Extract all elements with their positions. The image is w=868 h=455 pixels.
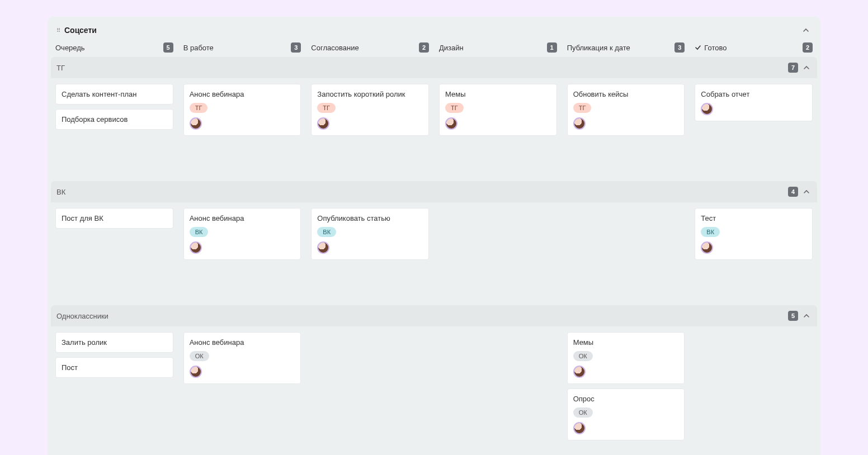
- card-tag: ОК: [573, 407, 593, 418]
- chevron-up-icon: [803, 312, 810, 319]
- swimlanes-container: ТГ7Сделать контент-планПодборка сервисов…: [48, 57, 820, 446]
- chevron-up-icon: [803, 188, 810, 195]
- column-cell[interactable]: Сделать контент-планПодборка сервисов: [55, 84, 173, 168]
- column-header[interactable]: Дизайн1: [439, 42, 557, 53]
- column-label: Публикация к дате: [567, 44, 675, 52]
- column-header[interactable]: Публикация к дате3: [567, 42, 685, 53]
- swimlane-collapse-button[interactable]: [801, 187, 812, 197]
- column-count-badge: 1: [547, 42, 557, 53]
- kanban-card[interactable]: МемыОК: [567, 332, 685, 384]
- kanban-card[interactable]: ТестВК: [695, 208, 813, 260]
- avatar[interactable]: [317, 117, 329, 130]
- swimlane-title: Одноклассники: [56, 312, 108, 320]
- column-count-badge: 2: [419, 42, 429, 53]
- column-cell[interactable]: Опубликовать статьюВК: [311, 208, 429, 292]
- card-tag: ТГ: [573, 103, 592, 113]
- chevron-up-icon: [803, 64, 810, 71]
- kanban-card[interactable]: Пост для ВК: [55, 208, 173, 229]
- swimlane-header[interactable]: ТГ7: [51, 57, 817, 78]
- card-title: Опрос: [573, 395, 679, 403]
- column-label: Очередь: [55, 44, 163, 52]
- avatar[interactable]: [317, 241, 329, 254]
- swimlane-header[interactable]: Одноклассники5: [51, 305, 817, 326]
- column-cell[interactable]: МемыОКОпросОК: [567, 332, 685, 440]
- avatar[interactable]: [190, 241, 202, 254]
- card-tag: ВК: [701, 227, 720, 237]
- avatar[interactable]: [701, 241, 713, 254]
- swimlane-columns: Сделать контент-планПодборка сервисовАно…: [51, 78, 817, 173]
- card-title: Сделать контент-план: [62, 90, 167, 98]
- card-title: Собрать отчет: [701, 90, 806, 98]
- column-count-badge: 3: [291, 42, 301, 53]
- kanban-card[interactable]: Залить ролик: [55, 332, 173, 353]
- swimlane: Одноклассники5Залить роликПостАнонс веби…: [51, 305, 817, 446]
- swimlane-collapse-button[interactable]: [801, 311, 812, 321]
- kanban-card[interactable]: Анонс вебинараОК: [183, 332, 301, 384]
- swimlane-collapse-button[interactable]: [801, 63, 812, 73]
- kanban-card[interactable]: Запостить короткий роликТГ: [311, 84, 429, 136]
- drag-handle-icon[interactable]: ⠿: [55, 27, 61, 33]
- column-cell[interactable]: [439, 332, 557, 440]
- avatar[interactable]: [190, 366, 202, 378]
- column-cell[interactable]: Залить роликПост: [55, 332, 173, 440]
- swimlane-count-badge: 4: [788, 187, 798, 197]
- card-tag: ТГ: [317, 103, 336, 113]
- board-collapse-button[interactable]: [799, 23, 813, 37]
- column-label: Согласование: [311, 44, 419, 52]
- card-title: Тест: [701, 214, 806, 222]
- card-title: Опубликовать статью: [317, 214, 423, 222]
- swimlane-title: ТГ: [56, 64, 65, 72]
- avatar[interactable]: [573, 366, 586, 378]
- column-count-badge: 2: [803, 42, 813, 53]
- column-cell[interactable]: Обновить кейсыТГ: [567, 84, 685, 168]
- column-cell[interactable]: Анонс вебинараТГ: [183, 84, 301, 168]
- column-cell[interactable]: Анонс вебинараВК: [183, 208, 301, 292]
- column-header[interactable]: Очередь5: [55, 42, 173, 53]
- card-title: Пост: [62, 363, 167, 372]
- column-cell[interactable]: МемыТГ: [439, 84, 557, 168]
- column-cell[interactable]: [695, 332, 813, 440]
- swimlane-count-badge: 7: [788, 63, 798, 73]
- avatar[interactable]: [445, 117, 457, 130]
- card-title: Анонс вебинара: [190, 214, 295, 222]
- kanban-card[interactable]: Сделать контент-план: [55, 84, 173, 105]
- board-title: Соцсети: [64, 26, 97, 35]
- column-label: Готово: [704, 44, 803, 52]
- column-cell[interactable]: [311, 332, 429, 440]
- kanban-card[interactable]: Подборка сервисов: [55, 109, 173, 130]
- avatar[interactable]: [190, 117, 202, 130]
- card-title: Запостить короткий ролик: [317, 90, 423, 98]
- avatar[interactable]: [573, 422, 586, 434]
- column-header[interactable]: В работе3: [183, 42, 301, 53]
- column-cell[interactable]: Собрать отчет: [695, 84, 813, 168]
- column-label: Дизайн: [439, 44, 547, 52]
- column-cell[interactable]: [567, 208, 685, 292]
- swimlane-columns: Пост для ВКАнонс вебинараВКОпубликовать …: [51, 202, 817, 297]
- card-title: Анонс вебинара: [190, 338, 295, 347]
- card-title: Пост для ВК: [62, 214, 167, 222]
- swimlane-header[interactable]: ВК4: [51, 181, 817, 202]
- card-title: Обновить кейсы: [573, 90, 679, 98]
- column-cell[interactable]: Анонс вебинараОК: [183, 332, 301, 440]
- kanban-card[interactable]: Анонс вебинараВК: [183, 208, 301, 260]
- column-header[interactable]: Готово2: [695, 42, 813, 53]
- column-cell[interactable]: Запостить короткий роликТГ: [311, 84, 429, 168]
- column-cell[interactable]: Пост для ВК: [55, 208, 173, 292]
- card-tag: ТГ: [190, 103, 208, 113]
- kanban-card[interactable]: Собрать отчет: [695, 84, 813, 121]
- column-header[interactable]: Согласование2: [311, 42, 429, 53]
- kanban-card[interactable]: Опубликовать статьюВК: [311, 208, 429, 260]
- swimlane-columns: Залить роликПостАнонс вебинараОКМемыОКОп…: [51, 326, 817, 446]
- avatar[interactable]: [701, 103, 713, 115]
- kanban-card[interactable]: МемыТГ: [439, 84, 557, 136]
- kanban-card[interactable]: Анонс вебинараТГ: [183, 84, 301, 136]
- card-title: Подборка сервисов: [62, 115, 167, 124]
- column-cell[interactable]: [439, 208, 557, 292]
- kanban-card[interactable]: Пост: [55, 357, 173, 378]
- kanban-card[interactable]: ОпросОК: [567, 388, 685, 440]
- column-cell[interactable]: ТестВК: [695, 208, 813, 292]
- kanban-card[interactable]: Обновить кейсыТГ: [567, 84, 685, 136]
- column-count-badge: 3: [674, 42, 685, 53]
- avatar[interactable]: [573, 117, 586, 130]
- card-title: Мемы: [445, 90, 551, 98]
